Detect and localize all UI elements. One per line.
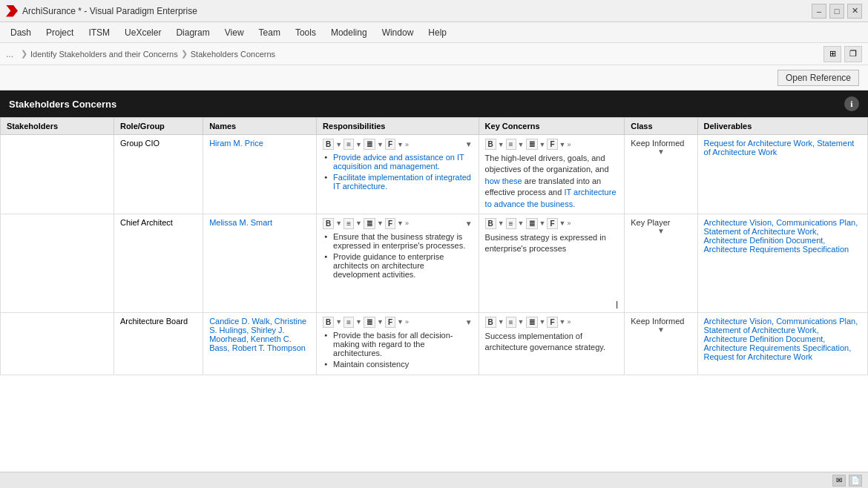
align-btn-c2[interactable]: ≡	[506, 218, 516, 229]
resp-dropdown-3[interactable]: ▼	[465, 318, 473, 326]
menu-modeling[interactable]: Modeling	[323, 24, 375, 41]
indent-btn-c2[interactable]: ≣	[526, 218, 538, 229]
app-title: ArchiSurance * - Visual Paradigm Enterpr…	[22, 6, 812, 16]
col-header-names: Names	[203, 118, 317, 135]
more-btn-c3[interactable]: »	[567, 318, 571, 326]
indent-chevron[interactable]: ▼	[377, 141, 384, 148]
table-row: Architecture Board Candice D. Walk, Chri…	[1, 312, 868, 375]
responsibilities-cell: B ▼ ≡ ▼ ≣ ▼ F ▼ » ▼ Provide advice and a…	[317, 135, 479, 214]
role-group-value-2: Chief Architect	[120, 218, 173, 227]
close-button[interactable]: ✕	[847, 4, 862, 19]
font-chevron-c[interactable]: ▼	[559, 141, 566, 148]
menu-view[interactable]: View	[217, 24, 251, 41]
menu-window[interactable]: Window	[375, 24, 421, 41]
font-chevron[interactable]: ▼	[397, 141, 404, 148]
breadcrumb-item-1[interactable]: Identify Stakeholders and their Concerns	[30, 50, 178, 59]
breadcrumb-item-2[interactable]: Stakeholders Concerns	[191, 50, 275, 59]
deliverables-cell-2: Architecture Vision, Communications Plan…	[697, 214, 867, 312]
name-link-3[interactable]: Candice D. Walk, Christine S. Hulings, S…	[209, 317, 306, 352]
section-info-icon[interactable]: ℹ	[844, 96, 859, 111]
key-concerns-cell: B ▼ ≡ ▼ ≣ ▼ F ▼ » The high-level drivers…	[479, 135, 625, 214]
message-icon[interactable]: ✉	[832, 475, 846, 487]
responsibilities-cell-2: B ▼ ≡ ▼ ≣ ▼ F ▼ » ▼ Ensure that the busi…	[317, 214, 479, 312]
deliverable-link-2[interactable]: Architecture Vision, Communications Plan…	[704, 218, 858, 254]
resp-toolbar-2: B ▼ ≡ ▼ ≣ ▼ F ▼ » ▼	[323, 218, 473, 229]
breadcrumb-grid-icon[interactable]: ⊞	[823, 46, 841, 62]
document-icon[interactable]: 📄	[849, 475, 862, 487]
menu-project[interactable]: Project	[39, 24, 81, 41]
align-btn[interactable]: ≡	[343, 139, 354, 150]
class-dropdown[interactable]: ▼	[631, 148, 691, 156]
resp-dropdown-2[interactable]: ▼	[465, 220, 473, 228]
font-btn-c[interactable]: F	[547, 139, 557, 150]
name-link-2[interactable]: Melissa M. Smart	[209, 218, 272, 227]
font-btn[interactable]: F	[385, 139, 395, 150]
more-btn-c2[interactable]: »	[567, 220, 571, 227]
font-btn-3[interactable]: F	[385, 317, 395, 328]
menu-diagram[interactable]: Diagram	[168, 24, 217, 41]
resp-list-2: Ensure that the business strategy is exp…	[323, 232, 473, 279]
align-btn-c3[interactable]: ≡	[506, 317, 516, 328]
col-header-class: Class	[625, 118, 697, 135]
bold-btn-c[interactable]: B	[485, 139, 496, 150]
align-btn-2[interactable]: ≡	[343, 218, 354, 229]
breadcrumb-ellipsis[interactable]: ...	[6, 49, 13, 59]
font-btn-c2[interactable]: F	[547, 218, 557, 229]
indent-btn-c[interactable]: ≣	[526, 139, 538, 150]
bold-chevron[interactable]: ▼	[335, 141, 342, 148]
deliverable-link-3[interactable]: Architecture Vision, Communications Plan…	[704, 317, 858, 361]
font-btn-c3[interactable]: F	[547, 317, 557, 328]
bold-btn[interactable]: B	[323, 139, 334, 150]
bold-btn-2[interactable]: B	[323, 218, 334, 229]
open-reference-bar: Open Reference	[0, 65, 868, 90]
bold-btn-c3[interactable]: B	[485, 317, 496, 328]
deliverables-cell: Request for Architecture Work, Statement…	[697, 135, 867, 214]
more-btn-3[interactable]: »	[405, 318, 409, 326]
names-cell-2: Melissa M. Smart	[203, 214, 317, 312]
indent-btn-2[interactable]: ≣	[364, 218, 375, 229]
window-controls[interactable]: – □ ✕	[812, 4, 862, 19]
minimize-button[interactable]: –	[812, 4, 826, 19]
indent-btn-3[interactable]: ≣	[364, 317, 375, 328]
menu-help[interactable]: Help	[421, 24, 454, 41]
name-link[interactable]: Hiram M. Price	[209, 139, 263, 148]
bold-chevron-c[interactable]: ▼	[498, 141, 504, 148]
col-header-resp: Responsibilities	[317, 118, 479, 135]
concerns-toolbar-2: B ▼ ≡ ▼ ≣ ▼ F ▼ »	[485, 218, 619, 229]
more-btn-c[interactable]: »	[567, 141, 571, 148]
class-dropdown-2[interactable]: ▼	[631, 227, 691, 235]
open-reference-button[interactable]: Open Reference	[777, 70, 859, 86]
font-btn-2[interactable]: F	[385, 218, 395, 229]
resp-dropdown[interactable]: ▼	[465, 140, 473, 148]
menu-itsm[interactable]: ITSM	[81, 24, 117, 41]
breadcrumb-layout-icon[interactable]: ❐	[844, 46, 862, 62]
indent-btn[interactable]: ≣	[364, 139, 375, 150]
bold-btn-c2[interactable]: B	[485, 218, 496, 229]
menu-dash[interactable]: Dash	[3, 24, 39, 41]
more-btn-2[interactable]: »	[405, 220, 409, 227]
section-header: Stakeholders Concerns ℹ	[0, 90, 868, 117]
col-header-role: Role/Group	[114, 118, 203, 135]
align-chevron[interactable]: ▼	[355, 141, 362, 148]
role-group-value: Group CIO	[120, 139, 160, 148]
maximize-button[interactable]: □	[829, 4, 844, 19]
menu-tools[interactable]: Tools	[288, 24, 323, 41]
indent-btn-c3[interactable]: ≣	[526, 317, 538, 328]
bold-btn-3[interactable]: B	[323, 317, 334, 328]
deliverable-link[interactable]: Request for Architecture Work, Statement…	[704, 139, 855, 156]
main-content: Stakeholders Concerns ℹ Stakeholders Rol…	[0, 90, 868, 472]
concerns-toolbar-3: B ▼ ≡ ▼ ≣ ▼ F ▼ »	[485, 317, 619, 328]
app-icon	[6, 5, 18, 17]
section-title: Stakeholders Concerns	[9, 99, 116, 110]
menu-uexceler[interactable]: UeXceler	[117, 24, 168, 41]
indent-chevron-c[interactable]: ▼	[539, 141, 546, 148]
text-cursor: |	[485, 300, 619, 309]
menu-team[interactable]: Team	[251, 24, 288, 41]
class-dropdown-3[interactable]: ▼	[631, 326, 691, 334]
align-btn-c[interactable]: ≡	[506, 139, 516, 150]
list-item: Provide the basis for all decision-makin…	[323, 331, 473, 357]
align-chevron-c[interactable]: ▼	[518, 141, 525, 148]
align-btn-3[interactable]: ≡	[343, 317, 354, 328]
more-btn[interactable]: »	[405, 141, 409, 148]
class-value-3: Keep Informed	[631, 317, 684, 326]
